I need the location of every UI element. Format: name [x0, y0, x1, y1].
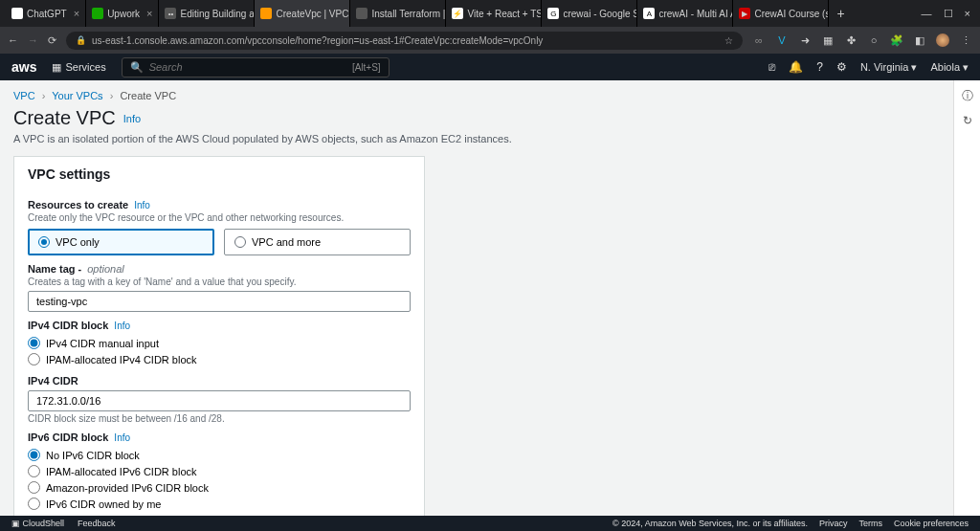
browser-tab[interactable]: AcrewAI - Multi AI Ag×: [637, 0, 733, 27]
breadcrumb-link[interactable]: Your VPCs: [52, 90, 102, 101]
lock-icon: 🔒: [76, 35, 86, 45]
field-hint: Create only the VPC resource or the VPC …: [28, 212, 411, 223]
browser-url-bar: ← → ⟳ 🔒 us-east-1.console.aws.amazon.com…: [0, 27, 980, 54]
field-hint: CIDR block size must be between /16 and …: [28, 413, 411, 424]
reload-icon[interactable]: ⟳: [48, 34, 56, 47]
browser-tab[interactable]: ⚡Vite + React + TS×: [446, 0, 542, 27]
minimize-icon[interactable]: —: [922, 8, 932, 20]
browser-tab[interactable]: ChatGPT×: [6, 0, 86, 27]
extensions-icon[interactable]: 🧩: [890, 33, 903, 47]
services-menu[interactable]: ▦ Services: [46, 58, 111, 77]
field-label: Name tag -: [28, 263, 81, 275]
browser-tab[interactable]: ••Editing Building a Se×: [159, 0, 255, 27]
page-title: Create VPC Info: [13, 107, 940, 129]
ext-icon[interactable]: ∞: [752, 33, 766, 47]
field-label: IPv4 CIDR: [28, 375, 78, 387]
browser-tab[interactable]: ▶CrewAI Course (step×: [733, 0, 829, 27]
info-link[interactable]: Info: [134, 200, 150, 210]
side-tools-panel: ⓘ ↻: [953, 80, 980, 516]
forward-icon[interactable]: →: [28, 34, 38, 46]
search-input[interactable]: [149, 61, 346, 73]
optional-label: optional: [87, 263, 124, 275]
cloudshell-link[interactable]: ▣ CloudShell: [11, 519, 64, 528]
radio-ipv4-ipam[interactable]: IPAM-allocated IPv4 CIDR block: [28, 351, 411, 367]
ext-icon[interactable]: ▦: [821, 33, 835, 47]
aws-footer: ▣ CloudShell Feedback © 2024, Amazon Web…: [0, 516, 980, 531]
privacy-link[interactable]: Privacy: [819, 519, 848, 528]
info-link[interactable]: Info: [114, 432, 130, 443]
field-label: Resources to create: [28, 199, 128, 210]
name-tag-input[interactable]: [28, 291, 411, 312]
chevron-right-icon: ›: [42, 90, 46, 101]
radio-ipv4-manual[interactable]: IPv4 CIDR manual input: [28, 335, 411, 351]
breadcrumb-link[interactable]: VPC: [13, 90, 35, 101]
close-tab-icon[interactable]: ×: [74, 8, 79, 19]
search-icon: 🔍: [130, 61, 144, 74]
extensions-area: ∞ V ➜ ▦ ✤ ○ 🧩 ◧ ⋮: [752, 33, 972, 47]
notifications-icon[interactable]: 🔔: [789, 60, 803, 74]
help-icon[interactable]: ?: [816, 60, 823, 74]
aws-logo[interactable]: aws: [11, 59, 36, 75]
settings-icon[interactable]: ⚙: [836, 60, 847, 74]
radio-ipv6-ipam[interactable]: IPAM-allocated IPv6 CIDR block: [28, 463, 411, 479]
field-label: IPv4 CIDR block: [28, 320, 108, 331]
breadcrumb: VPC › Your VPCs › Create VPC: [13, 90, 940, 101]
bookmark-icon[interactable]: ☆: [724, 35, 733, 46]
breadcrumb-current: Create VPC: [120, 90, 176, 101]
radio-ipv6-amazon[interactable]: Amazon-provided IPv6 CIDR block: [28, 479, 411, 496]
cookies-link[interactable]: Cookie preferences: [894, 519, 969, 528]
radio-icon: [38, 236, 50, 248]
copyright-text: © 2024, Amazon Web Services, Inc. or its…: [612, 519, 808, 528]
grid-icon: ▦: [52, 61, 61, 74]
field-label: IPv6 CIDR block: [28, 431, 108, 443]
info-link[interactable]: Info: [123, 113, 141, 124]
chevron-down-icon: ▾: [911, 61, 917, 74]
close-window-icon[interactable]: ×: [965, 8, 970, 20]
radio-tile-vpc-only[interactable]: VPC only: [28, 229, 214, 255]
close-tab-icon[interactable]: ×: [146, 8, 152, 19]
field-hint: Creates a tag with a key of 'Name' and a…: [28, 277, 411, 287]
browser-tab[interactable]: Gcrewai - Google Sea×: [542, 0, 637, 27]
browser-tab-bar: ChatGPT× Upwork× ••Editing Building a Se…: [0, 0, 980, 27]
ext-icon[interactable]: ◧: [913, 33, 926, 47]
ext-icon[interactable]: V: [775, 33, 789, 47]
search-shortcut-hint: [Alt+S]: [352, 62, 381, 73]
new-tab-button[interactable]: +: [829, 6, 852, 21]
ipv4-cidr-input[interactable]: [28, 390, 411, 411]
radio-icon: [234, 236, 246, 248]
radio-ipv6-none[interactable]: No IPv6 CIDR block: [28, 447, 411, 463]
feedback-link[interactable]: Feedback: [78, 519, 116, 528]
panel-header: VPC settings: [14, 157, 424, 191]
url-input[interactable]: 🔒 us-east-1.console.aws.amazon.com/vpcco…: [66, 32, 743, 50]
cloudshell-icon[interactable]: ⎚: [768, 60, 775, 74]
kebab-menu-icon[interactable]: ⋮: [959, 33, 972, 47]
radio-tile-vpc-and-more[interactable]: VPC and more: [224, 229, 411, 255]
chevron-right-icon: ›: [110, 90, 114, 101]
region-selector[interactable]: N. Virginia▾: [860, 61, 918, 74]
ext-icon[interactable]: ○: [867, 33, 880, 47]
ext-icon[interactable]: ➜: [798, 33, 812, 47]
info-link[interactable]: Info: [114, 321, 130, 331]
url-text: us-east-1.console.aws.amazon.com/vpccons…: [92, 35, 543, 46]
back-icon[interactable]: ←: [8, 34, 18, 46]
account-menu[interactable]: Abiola▾: [930, 61, 969, 74]
aws-search-bar[interactable]: 🔍 [Alt+S]: [122, 57, 390, 77]
ext-icon[interactable]: ✤: [844, 33, 858, 47]
chevron-down-icon: ▾: [963, 61, 969, 74]
info-circle-icon[interactable]: ⓘ: [962, 88, 973, 104]
vpc-settings-panel: VPC settings Resources to create Info Cr…: [13, 156, 425, 516]
terms-link[interactable]: Terms: [858, 519, 882, 528]
profile-avatar[interactable]: [936, 33, 949, 47]
maximize-icon[interactable]: ☐: [944, 8, 953, 20]
browser-tab[interactable]: Install Terraform | Te×: [350, 0, 446, 27]
page-description: A VPC is an isolated portion of the AWS …: [13, 133, 940, 144]
history-icon[interactable]: ↻: [963, 114, 972, 127]
radio-ipv6-owned[interactable]: IPv6 CIDR owned by me: [28, 496, 411, 512]
aws-console-header: aws ▦ Services 🔍 [Alt+S] ⎚ 🔔 ? ⚙ N. Virg…: [0, 54, 980, 80]
browser-tab-active[interactable]: CreateVpc | VPC Con×: [255, 0, 350, 27]
browser-tab[interactable]: Upwork×: [86, 0, 159, 27]
